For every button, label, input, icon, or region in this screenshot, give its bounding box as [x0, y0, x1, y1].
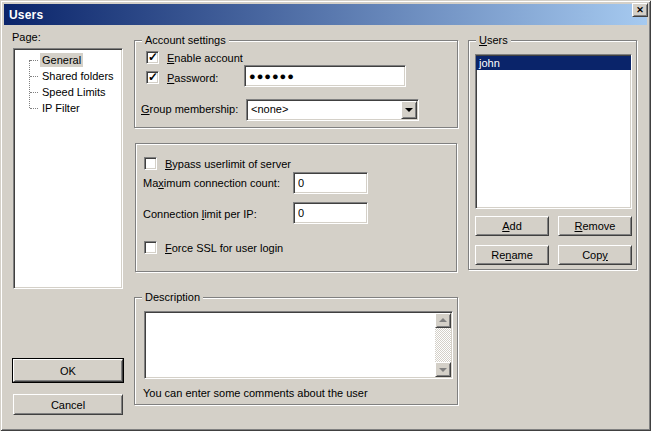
enable-account-checkbox[interactable] [146, 51, 159, 64]
group-membership-value: <none> [247, 100, 400, 120]
scroll-track[interactable] [435, 328, 451, 362]
copy-button[interactable]: Copy [558, 245, 632, 265]
force-ssl-label[interactable]: Force SSL for user login [165, 242, 283, 255]
window-title: Users [9, 8, 43, 22]
close-icon[interactable]: ✕ [632, 3, 648, 17]
enable-account-label[interactable]: Enable account [167, 52, 243, 65]
tree-item-general[interactable]: General [14, 52, 122, 68]
tree-item-speed-limits[interactable]: Speed Limits [14, 84, 122, 100]
description-title: Description [142, 291, 203, 304]
ip-limit-input[interactable] [293, 202, 368, 224]
force-ssl-checkbox[interactable] [144, 241, 157, 254]
tree-item-label[interactable]: General [40, 53, 83, 67]
chevron-down-icon[interactable] [401, 101, 417, 119]
users-dialog: Users ✕ Page: General Shared folders Spe… [0, 0, 651, 431]
users-title: Users [476, 34, 511, 47]
remove-button[interactable]: Remove [558, 216, 632, 236]
page-tree: General Shared folders Speed Limits IP F… [13, 48, 123, 289]
tree-item-ip-filter[interactable]: IP Filter [14, 100, 122, 116]
title-bar[interactable]: Users [4, 4, 647, 25]
ip-limit-label: Connection limit per IP: [143, 208, 257, 221]
list-item-john[interactable]: john [476, 56, 631, 70]
tree-connector [30, 76, 38, 77]
tree-connector [30, 60, 38, 61]
tree-item-shared-folders[interactable]: Shared folders [14, 68, 122, 84]
users-list[interactable]: john [475, 54, 632, 209]
description-group: Description You can enter some comments … [134, 297, 458, 405]
description-scrollbar[interactable] [435, 313, 451, 377]
scroll-up-icon[interactable] [435, 313, 451, 328]
account-settings-title: Account settings [142, 34, 229, 47]
password-label[interactable]: Password: [167, 72, 218, 85]
max-connection-input[interactable] [293, 172, 368, 194]
connection-limits-group: Bypass userlimit of server Maximum conne… [135, 143, 457, 272]
tree-item-label[interactable]: IP Filter [40, 101, 82, 115]
scroll-down-icon[interactable] [435, 362, 451, 377]
tree-connector [30, 92, 38, 93]
bypass-userlimit-label[interactable]: Bypass userlimit of server [165, 158, 291, 171]
description-hint: You can enter some comments about the us… [143, 387, 368, 400]
description-textarea[interactable] [146, 313, 435, 377]
password-input[interactable] [244, 65, 406, 87]
description-box [144, 311, 453, 379]
ok-button[interactable]: OK [13, 359, 123, 382]
cancel-button[interactable]: Cancel [13, 394, 123, 415]
add-button[interactable]: Add [475, 216, 549, 236]
group-membership-label: Group membership: [141, 103, 238, 116]
account-settings-group: Account settings Enable account Password… [134, 40, 458, 128]
users-group: Users john Add Remove Rename Copy [468, 40, 637, 270]
tree-item-label[interactable]: Shared folders [40, 69, 116, 83]
max-connection-label: Maximum connection count: [143, 177, 280, 190]
password-checkbox[interactable] [146, 71, 159, 84]
group-membership-select[interactable]: <none> [246, 99, 419, 121]
bypass-userlimit-checkbox[interactable] [144, 157, 157, 170]
rename-button[interactable]: Rename [475, 245, 549, 265]
tree-item-label[interactable]: Speed Limits [40, 85, 108, 99]
tree-connector [30, 108, 38, 109]
page-label: Page: [12, 31, 41, 44]
